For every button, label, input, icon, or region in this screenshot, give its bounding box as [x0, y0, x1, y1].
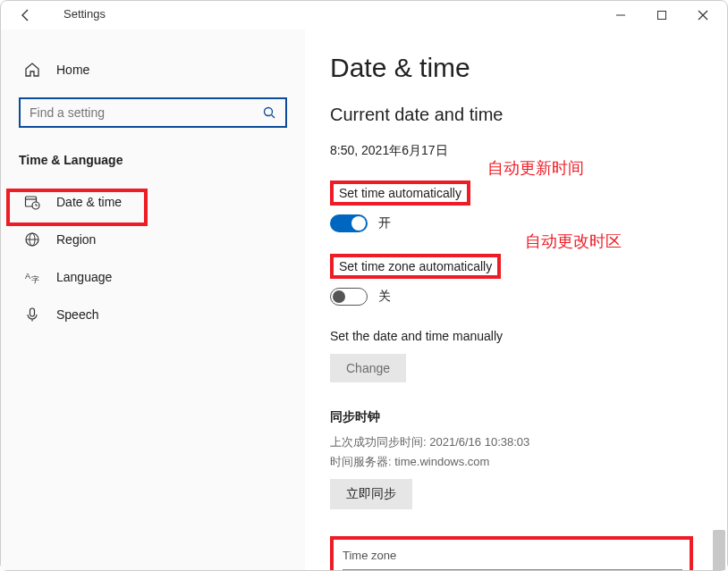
minimize-icon: [615, 10, 626, 21]
svg-text:字: 字: [31, 275, 39, 284]
close-button[interactable]: [682, 2, 724, 29]
nav-language[interactable]: A字 Language: [19, 258, 287, 296]
main-pane: Date & time Current date and time 8:50, …: [305, 29, 727, 570]
arrow-left-icon: [19, 8, 33, 22]
nav-label: Date & time: [56, 195, 122, 209]
language-icon: A字: [24, 269, 40, 285]
toggle-state: 关: [378, 289, 391, 305]
home-label: Home: [56, 63, 89, 77]
search-icon: [263, 106, 276, 120]
back-button[interactable]: [17, 6, 35, 24]
timezone-section: Time zone (UTC+08:00) 北京，重庆，香港特别行政区，乌鲁木齐: [330, 536, 693, 570]
annotation-auto-tz: 自动更改时区: [525, 231, 622, 252]
section-current: Current date and time: [330, 105, 702, 125]
tz-label: Time zone: [343, 549, 681, 562]
svg-rect-1: [658, 12, 666, 20]
nav-list: Date & time Region A字 Language: [19, 183, 287, 333]
titlebar: Settings: [1, 1, 727, 29]
toggle-set-time-auto[interactable]: [330, 214, 368, 232]
scrollbar-thumb[interactable]: [713, 530, 725, 570]
set-time-auto-label: Set time automatically: [330, 181, 470, 206]
section-title: Time & Language: [19, 153, 287, 167]
sync-title: 同步时钟: [330, 409, 702, 425]
sync-now-button[interactable]: 立即同步: [330, 479, 412, 509]
toggle-set-tz-auto[interactable]: [330, 288, 368, 306]
set-tz-auto-label: Set time zone automatically: [330, 254, 501, 279]
globe-icon: [24, 231, 40, 248]
annotation-auto-time: 自动更新时间: [487, 157, 584, 179]
search-input[interactable]: [30, 105, 263, 120]
manual-label: Set the date and time manually: [330, 327, 508, 345]
sidebar: Home Time & Language Date & time: [1, 29, 305, 570]
tz-select[interactable]: (UTC+08:00) 北京，重庆，香港特别行政区，乌鲁木齐: [343, 569, 682, 570]
nav-label: Region: [56, 232, 96, 247]
maximize-icon: [656, 10, 667, 21]
change-button[interactable]: Change: [330, 354, 406, 382]
maximize-button[interactable]: [641, 2, 682, 29]
svg-point-2: [265, 107, 273, 115]
content: Home Time & Language Date & time: [1, 29, 727, 570]
nav-label: Speech: [56, 307, 98, 322]
nav-region[interactable]: Region: [19, 221, 287, 258]
home-nav[interactable]: Home: [19, 55, 287, 85]
nav-label: Language: [56, 270, 112, 284]
calendar-clock-icon: [24, 194, 40, 210]
svg-line-3: [272, 114, 275, 118]
toggle-state: 开: [378, 215, 391, 231]
search-box[interactable]: [19, 97, 287, 128]
sync-last: 上次成功同步时间: 2021/6/16 10:38:03: [330, 434, 702, 450]
settings-window: Settings Home Time & Language: [0, 0, 728, 571]
nav-speech[interactable]: Speech: [19, 296, 287, 333]
window-title: Settings: [63, 7, 106, 21]
svg-text:A: A: [25, 272, 30, 281]
home-icon: [24, 62, 40, 78]
page-title: Date & time: [330, 53, 702, 83]
close-icon: [698, 10, 708, 21]
svg-rect-12: [30, 308, 35, 316]
sync-server: 时间服务器: time.windows.com: [330, 454, 702, 470]
nav-date-time[interactable]: Date & time: [19, 183, 287, 221]
minimize-button[interactable]: [600, 2, 641, 29]
mic-icon: [24, 306, 40, 323]
